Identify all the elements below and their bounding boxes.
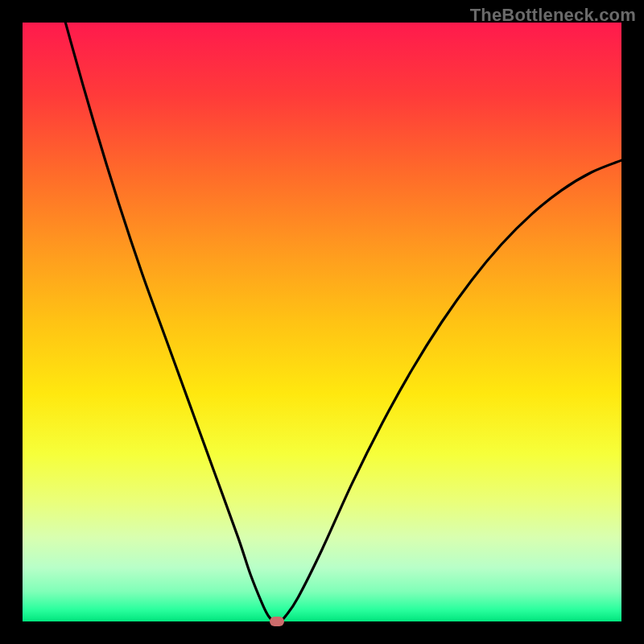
plot-area bbox=[23, 23, 621, 621]
bottleneck-curve bbox=[23, 23, 621, 621]
chart-frame: TheBottleneck.com bbox=[0, 0, 644, 644]
watermark-text: TheBottleneck.com bbox=[470, 5, 636, 26]
optimal-point-marker bbox=[270, 617, 284, 626]
